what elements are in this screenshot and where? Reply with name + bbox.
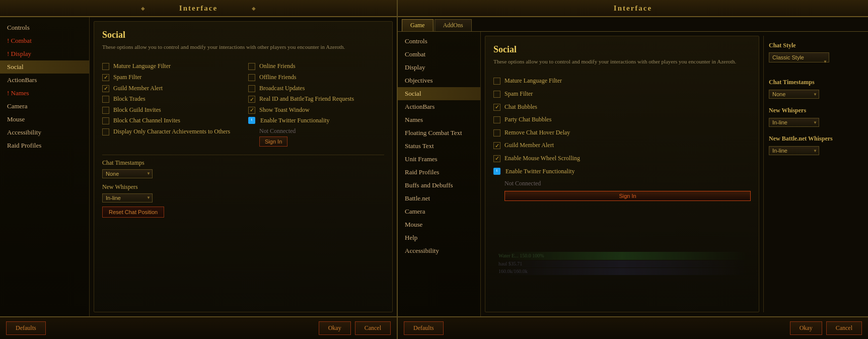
right-sidebar-item-display[interactable]: Display bbox=[398, 61, 480, 74]
r-option-guild[interactable]: Guild Member Alert bbox=[493, 140, 751, 151]
r-option-spam[interactable]: Spam Filter bbox=[493, 89, 751, 100]
r-option-mousewheel[interactable]: Enable Mouse Wheel Scrolling bbox=[493, 153, 751, 164]
r-cb-spam[interactable] bbox=[493, 91, 500, 98]
cb-spam[interactable] bbox=[102, 74, 109, 81]
right-options: Mature Language Filter Spam Filter Chat … bbox=[493, 76, 751, 201]
option-blockguild[interactable]: Block Guild Invites bbox=[102, 105, 238, 116]
waterfall-bar2: haul $35.71 bbox=[495, 260, 749, 267]
right-sidebar-item-controls[interactable]: Controls bbox=[398, 35, 480, 48]
defaults-btn-right[interactable]: Defaults bbox=[404, 321, 444, 335]
right-sidebar-item-accessibility[interactable]: Accessibility bbox=[398, 244, 480, 257]
twitter-icon: t bbox=[248, 117, 255, 124]
right-sidebar-item-mouse[interactable]: Mouse bbox=[398, 218, 480, 231]
r-sign-in-btn[interactable]: Sign In bbox=[504, 191, 751, 201]
right-sidebar-item-buffs[interactable]: Buffs and Debuffs bbox=[398, 179, 480, 192]
r-cb-removehover[interactable] bbox=[493, 129, 500, 137]
cb-blockguild[interactable] bbox=[102, 107, 109, 114]
option-offline[interactable]: Offline Friends bbox=[248, 72, 384, 83]
cb-broadcast[interactable] bbox=[248, 85, 255, 92]
cancel-btn-left[interactable]: Cancel bbox=[355, 321, 391, 335]
new-whispers-select-r[interactable]: In-line bbox=[769, 118, 819, 127]
defaults-btn-left[interactable]: Defaults bbox=[6, 321, 46, 335]
r-cb-partychat[interactable] bbox=[493, 116, 500, 123]
cb-realid[interactable] bbox=[248, 96, 255, 103]
r-cb-guild[interactable] bbox=[493, 142, 500, 149]
sidebar-item-display[interactable]: ! Display bbox=[0, 47, 89, 60]
option-block[interactable]: Block Trades bbox=[102, 94, 238, 105]
option-display[interactable]: Display Only Character Achievements to O… bbox=[102, 126, 238, 138]
r-option-removehover[interactable]: Remove Chat Hover Delay bbox=[493, 127, 751, 139]
cancel-btn-right[interactable]: Cancel bbox=[826, 321, 862, 335]
right-sidebar-item-social[interactable]: Social bbox=[398, 87, 480, 100]
right-main: Social These options allow you to contro… bbox=[481, 32, 868, 316]
option-blockchat[interactable]: Block Chat Channel Invites bbox=[102, 115, 238, 126]
sidebar-item-combat[interactable]: ! Combat bbox=[0, 34, 89, 47]
chat-style-label: Chat Style bbox=[769, 42, 859, 49]
right-sidebar-item-help[interactable]: Help bbox=[398, 231, 480, 244]
cb-blockchat[interactable] bbox=[102, 117, 109, 124]
waterfall-bar3: 160.0k/160.0k bbox=[495, 268, 749, 275]
cb-online[interactable] bbox=[248, 63, 255, 70]
timestamps-select-left[interactable]: None bbox=[102, 169, 153, 178]
r-cb-mousewheel[interactable] bbox=[493, 155, 500, 162]
left-options-col: Mature Language Filter Spam Filter Guild… bbox=[102, 61, 238, 147]
right-sidebar-item-camera[interactable]: Camera bbox=[398, 205, 480, 218]
sidebar-item-actionbars[interactable]: ActionBars bbox=[0, 74, 89, 87]
chat-timestamps-select-r[interactable]: None bbox=[769, 90, 819, 99]
chat-style-dropdown-wrap: Classic Style bbox=[769, 52, 829, 71]
right-sidebar-item-statustext[interactable]: Status Text bbox=[398, 140, 480, 153]
r-cb-mature[interactable] bbox=[493, 78, 500, 85]
r-option-mature[interactable]: Mature Language Filter bbox=[493, 76, 751, 87]
cb-mature[interactable] bbox=[102, 63, 109, 70]
okay-btn-left[interactable]: Okay bbox=[319, 321, 351, 335]
cb-guild[interactable] bbox=[102, 85, 109, 92]
right-sidebar-item-names[interactable]: Names bbox=[398, 113, 480, 126]
cb-toast[interactable] bbox=[248, 107, 255, 114]
option-spam[interactable]: Spam Filter bbox=[102, 72, 238, 83]
new-battlenet-select[interactable]: In-line bbox=[769, 146, 819, 155]
r-option-twitter[interactable]: t Enable Twitter Functionality bbox=[493, 166, 751, 177]
new-battlenet-wrap: In-line bbox=[769, 146, 819, 155]
cb-block[interactable] bbox=[102, 96, 109, 103]
sidebar-item-camera[interactable]: Camera bbox=[0, 100, 89, 113]
option-realid[interactable]: Real ID and BattleTag Friend Requests bbox=[248, 94, 384, 105]
option-broadcast[interactable]: Broadcast Updates bbox=[248, 83, 384, 94]
r-option-chatbubbles[interactable]: Chat Bubbles bbox=[493, 102, 751, 113]
right-sidebar-item-battlenet[interactable]: Battle.net bbox=[398, 192, 480, 205]
r-option-partychat[interactable]: Party Chat Bubbles bbox=[493, 114, 751, 125]
sidebar-item-social[interactable]: Social bbox=[0, 60, 89, 74]
right-window: Interface Game AddOns ControlsCombatDisp… bbox=[398, 0, 868, 339]
option-mature[interactable]: Mature Language Filter bbox=[102, 61, 238, 72]
tab-game[interactable]: Game bbox=[402, 19, 433, 31]
sidebar-item-mouse[interactable]: Mouse bbox=[0, 113, 89, 126]
left-window: Interface Controls! Combat! DisplaySocia… bbox=[0, 0, 398, 339]
right-sidebar-item-raidprofiles[interactable]: Raid Profiles bbox=[398, 166, 480, 179]
option-guild[interactable]: Guild Member Alert bbox=[102, 83, 238, 94]
tab-addons[interactable]: AddOns bbox=[435, 19, 472, 31]
cb-display[interactable] bbox=[102, 128, 109, 135]
reset-chat-btn[interactable]: Reset Chat Position bbox=[102, 207, 164, 218]
chat-style-select[interactable]: Classic Style bbox=[769, 52, 829, 62]
r-cb-chatbubbles[interactable] bbox=[493, 104, 500, 111]
sidebar-item-controls[interactable]: Controls bbox=[0, 21, 89, 34]
right-content: ControlsCombatDisplayObjectivesSocialAct… bbox=[398, 32, 868, 316]
sidebar-item-accessibility[interactable]: Accessibility bbox=[0, 126, 89, 139]
option-online[interactable]: Online Friends bbox=[248, 61, 384, 72]
whispers-select-left[interactable]: In-line bbox=[102, 193, 153, 202]
left-content: Controls! Combat! DisplaySocialActionBar… bbox=[0, 17, 397, 316]
okay-btn-right[interactable]: Okay bbox=[790, 321, 822, 335]
whispers-label-left: New Whispers bbox=[102, 183, 384, 191]
right-sidebar-item-combat[interactable]: Combat bbox=[398, 48, 480, 61]
sign-in-btn-left[interactable]: Sign In bbox=[259, 137, 287, 147]
right-sidebar-item-actionbars[interactable]: ActionBars bbox=[398, 100, 480, 113]
sidebar-item-names[interactable]: ! Names bbox=[0, 87, 89, 100]
right-sidebar-item-objectives[interactable]: Objectives bbox=[398, 74, 480, 87]
option-twitter[interactable]: t Enable Twitter Functionality bbox=[248, 115, 384, 126]
right-title-bar: Interface bbox=[398, 0, 868, 17]
chat-timestamps-wrap-r: None bbox=[769, 89, 819, 99]
cb-offline[interactable] bbox=[248, 74, 255, 81]
sidebar-item-raidprofiles[interactable]: Raid Profiles bbox=[0, 139, 89, 152]
right-sidebar-item-floatingcombat[interactable]: Floating Combat Text bbox=[398, 126, 480, 140]
option-toast[interactable]: Show Toast Window bbox=[248, 105, 384, 116]
right-sidebar-item-unitframes[interactable]: Unit Frames bbox=[398, 153, 480, 166]
